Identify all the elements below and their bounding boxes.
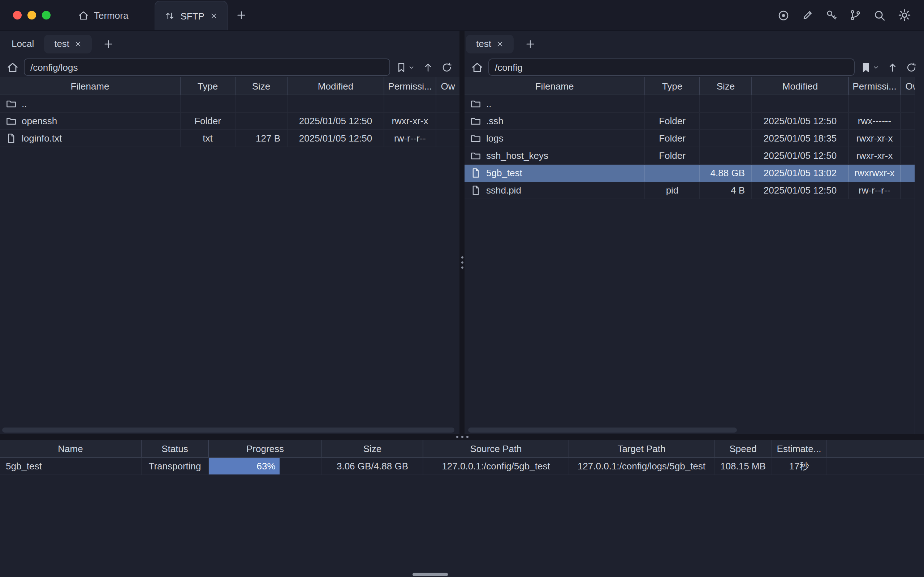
titlebar-spacer <box>255 0 777 30</box>
permissions-cell: rwxr-xr-x <box>849 147 901 164</box>
right-pane: test <box>464 31 924 434</box>
left-refresh-button[interactable] <box>442 62 452 73</box>
type-cell: Folder <box>645 147 700 164</box>
column-header-filename[interactable]: Filename <box>0 77 181 95</box>
file-row-sshd-pid[interactable]: sshd.pid pid 4 B 2025/01/05 12:50 rw-r--… <box>464 182 924 199</box>
transfer-status-cell: Transporting <box>142 458 209 475</box>
column-header-size[interactable]: Size <box>322 440 423 457</box>
file-row-parent[interactable]: .. <box>464 95 924 113</box>
home-icon[interactable] <box>6 61 19 73</box>
type-cell: Folder <box>181 113 235 130</box>
file-icon <box>6 133 17 144</box>
size-cell <box>700 113 752 130</box>
size-cell <box>700 95 752 113</box>
column-header-estimate[interactable]: Estimate... <box>772 440 826 457</box>
branch-icon[interactable] <box>850 10 861 21</box>
filename-cell: .. <box>0 95 181 113</box>
folder-icon <box>6 98 17 109</box>
permissions-cell: rwxr-xr-x <box>384 113 436 130</box>
column-header-owner[interactable]: Ow <box>436 77 460 95</box>
close-window-button[interactable] <box>13 11 22 19</box>
column-header-name[interactable]: Name <box>0 440 142 457</box>
left-new-tab-button[interactable] <box>100 36 116 52</box>
home-icon[interactable] <box>471 61 483 73</box>
column-header-size[interactable]: Size <box>235 77 287 95</box>
transfer-row-5gb-test[interactable]: 5gb_test Transporting 63% 3.06 GB/4.88 G… <box>0 458 924 475</box>
transfers-horizontal-scrollbar[interactable] <box>413 573 448 576</box>
column-header-speed[interactable]: Speed <box>714 440 772 457</box>
arrow-up-icon <box>887 62 898 73</box>
settings-icon[interactable] <box>898 9 911 22</box>
chevron-down-icon <box>408 64 415 71</box>
modified-cell: 2025/01/05 18:35 <box>752 130 849 147</box>
tab-termora[interactable]: Termora <box>68 0 138 30</box>
progress-bar-fill: 63% <box>209 458 280 474</box>
file-row-loginfo[interactable]: loginfo.txt txt 127 B 2025/01/05 12:50 r… <box>0 130 460 147</box>
left-parent-dir-button[interactable] <box>422 62 434 73</box>
zoom-window-button[interactable] <box>42 11 51 19</box>
key-icon[interactable] <box>826 10 837 21</box>
permissions-cell: rwx------ <box>849 113 901 130</box>
left-path-input[interactable] <box>24 58 390 76</box>
record-icon[interactable] <box>777 9 790 21</box>
tab-local[interactable]: Local <box>2 34 44 53</box>
column-header-progress[interactable]: Progress <box>209 440 322 457</box>
right-horizontal-scrollbar[interactable] <box>468 427 737 433</box>
column-header-status[interactable]: Status <box>142 440 209 457</box>
vertical-splitter[interactable] <box>460 31 464 434</box>
splitter-handle-icon <box>456 436 468 438</box>
edit-icon[interactable] <box>802 10 813 21</box>
column-header-filename[interactable]: Filename <box>464 77 645 95</box>
home-icon <box>78 10 89 21</box>
right-bookmark-button[interactable] <box>860 62 879 73</box>
tab-test-right[interactable]: test <box>466 34 514 53</box>
type-cell: Folder <box>645 130 700 147</box>
left-table-header: Filename Type Size Modified Permissi... … <box>0 77 460 95</box>
folder-icon <box>6 116 17 126</box>
transfer-name-cell: 5gb_test <box>0 458 142 475</box>
column-header-modified[interactable]: Modified <box>287 77 384 95</box>
folder-icon <box>470 133 481 144</box>
right-path-input[interactable] <box>489 58 855 76</box>
right-parent-dir-button[interactable] <box>887 62 898 73</box>
close-tab-icon[interactable] <box>210 12 218 19</box>
column-header-source-path[interactable]: Source Path <box>423 440 569 457</box>
file-row-parent[interactable]: .. <box>0 95 460 113</box>
size-cell <box>700 130 752 147</box>
right-vertical-scrollbar-track[interactable] <box>914 77 924 434</box>
file-name: ssh_host_keys <box>486 150 548 161</box>
column-header-target-path[interactable]: Target Path <box>569 440 714 457</box>
transfer-row-filler <box>826 458 924 475</box>
column-header-type[interactable]: Type <box>645 77 700 95</box>
modified-cell: 2025/01/05 13:02 <box>752 164 849 182</box>
close-tab-icon[interactable] <box>74 40 82 47</box>
header-filler <box>826 440 924 457</box>
new-tab-button[interactable] <box>227 0 255 30</box>
filename-cell: loginfo.txt <box>0 130 181 147</box>
column-header-size[interactable]: Size <box>700 77 752 95</box>
file-row-ssh[interactable]: .ssh Folder 2025/01/05 12:50 rwx------ <box>464 113 924 130</box>
column-header-permissions[interactable]: Permissi... <box>384 77 436 95</box>
column-header-type[interactable]: Type <box>181 77 235 95</box>
file-row-openssh[interactable]: openssh Folder 2025/01/05 12:50 rwxr-xr-… <box>0 113 460 130</box>
close-tab-icon[interactable] <box>496 40 503 47</box>
filename-cell: 5gb_test <box>464 164 645 182</box>
tab-sftp[interactable]: SFTP <box>154 1 227 30</box>
file-row-ssh-host-keys[interactable]: ssh_host_keys Folder 2025/01/05 12:50 rw… <box>464 147 924 164</box>
file-row-5gb-test-selected[interactable]: 5gb_test 4.88 GB 2025/01/05 13:02 rwxrwx… <box>464 164 924 182</box>
file-row-logs[interactable]: logs Folder 2025/01/05 18:35 rwxr-xr-x <box>464 130 924 147</box>
left-bookmark-button[interactable] <box>396 62 415 73</box>
minimize-window-button[interactable] <box>27 11 36 19</box>
column-header-modified[interactable]: Modified <box>752 77 849 95</box>
modified-cell: 2025/01/05 12:50 <box>287 130 384 147</box>
column-header-permissions[interactable]: Permissi... <box>849 77 901 95</box>
permissions-cell <box>849 95 901 113</box>
right-refresh-button[interactable] <box>906 62 917 73</box>
left-horizontal-scrollbar[interactable] <box>2 427 455 433</box>
horizontal-splitter[interactable] <box>0 434 924 440</box>
tab-test-right-label: test <box>476 38 491 49</box>
tab-test-left[interactable]: test <box>44 34 92 53</box>
right-new-tab-button[interactable] <box>522 36 538 52</box>
bookmark-filled-icon <box>860 62 871 73</box>
search-icon[interactable] <box>873 9 886 21</box>
